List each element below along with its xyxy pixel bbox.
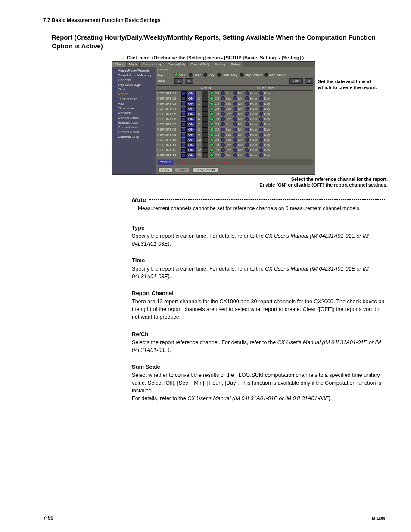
- sumscale-option-min[interactable]: Min: [233, 148, 243, 152]
- sumscale-option-day[interactable]: Day: [259, 128, 270, 131]
- report-row-on-toggle[interactable]: ON: [186, 117, 196, 122]
- sumscale-option-sec[interactable]: Sec: [221, 107, 232, 111]
- sidebar-item-timer[interactable]: Timer: [112, 87, 156, 92]
- report-row-refch-select[interactable]: [202, 132, 208, 137]
- copy-details-button[interactable]: Copy Details: [192, 167, 218, 173]
- sumscale-option-min[interactable]: Min: [233, 122, 243, 126]
- sumscale-option-min[interactable]: Min: [233, 102, 243, 106]
- sumscale-option-sec[interactable]: Sec: [221, 122, 232, 126]
- sumscale-option-min[interactable]: Min: [233, 96, 243, 100]
- sumscale-option-off[interactable]: Off: [210, 148, 219, 152]
- report-row-on-toggle[interactable]: ON: [186, 132, 196, 137]
- sumscale-option-off[interactable]: Off: [210, 122, 219, 126]
- report-row-checkbox[interactable]: [181, 91, 186, 96]
- sumscale-option-hour[interactable]: Hour: [245, 117, 257, 121]
- report-row-on-toggle[interactable]: ON: [186, 112, 196, 117]
- sumscale-option-min[interactable]: Min: [233, 133, 243, 137]
- sidebar-item-channel[interactable]: Channel: [112, 78, 156, 82]
- time-day-select[interactable]: SUN: [289, 78, 303, 84]
- sumscale-option-off[interactable]: Off: [210, 91, 219, 95]
- report-row-checkbox[interactable]: [181, 153, 186, 158]
- sumscale-option-off[interactable]: Off: [210, 153, 219, 157]
- sumscale-option-min[interactable]: Min: [233, 143, 243, 147]
- paste-button[interactable]: Paste: [175, 167, 190, 173]
- time-daynum-input[interactable]: 0: [305, 78, 313, 84]
- sumscale-option-off[interactable]: Off: [210, 143, 219, 147]
- report-row-checkbox[interactable]: [181, 122, 186, 127]
- report-row-on-toggle[interactable]: ON: [186, 106, 196, 112]
- report-row-refch-select[interactable]: [202, 153, 208, 158]
- report-row-on-toggle[interactable]: ON: [186, 143, 196, 148]
- sidebar-item-control-relay[interactable]: Control Relay: [112, 130, 156, 134]
- report-row-checkbox[interactable]: [181, 138, 186, 142]
- report-row-checkbox[interactable]: [181, 96, 186, 101]
- sumscale-option-hour[interactable]: Hour: [245, 148, 257, 152]
- sumscale-option-off[interactable]: Off: [210, 117, 219, 121]
- sumscale-option-sec[interactable]: Sec: [221, 102, 232, 106]
- sumscale-option-min[interactable]: Min: [233, 107, 243, 111]
- sidebar-item-contact-input[interactable]: Contact Input: [112, 125, 156, 130]
- report-row-on-toggle[interactable]: ON: [186, 101, 196, 106]
- type-option-day-week[interactable]: Day+Week: [240, 73, 262, 77]
- report-row-checkbox[interactable]: [181, 112, 186, 116]
- sumscale-option-off[interactable]: Off: [210, 138, 219, 142]
- sumscale-option-hour[interactable]: Hour: [245, 143, 257, 147]
- sumscale-option-day[interactable]: Day: [259, 112, 270, 116]
- sumscale-option-day[interactable]: Day: [259, 117, 270, 121]
- sumscale-option-hour[interactable]: Hour: [245, 138, 257, 142]
- sumscale-option-hour[interactable]: Hour: [245, 91, 257, 95]
- sumscale-option-min[interactable]: Min: [233, 112, 243, 116]
- report-row-checkbox[interactable]: [181, 148, 186, 152]
- sumscale-option-sec[interactable]: Sec: [221, 143, 232, 147]
- type-option-off[interactable]: OFF: [174, 73, 186, 77]
- sumscale-option-off[interactable]: Off: [210, 96, 219, 100]
- sumscale-option-day[interactable]: Day: [259, 143, 270, 147]
- sumscale-option-day[interactable]: Day: [259, 122, 270, 126]
- sumscale-option-off[interactable]: Off: [210, 133, 219, 137]
- sumscale-option-day[interactable]: Day: [259, 138, 270, 142]
- sumscale-option-off[interactable]: Off: [210, 128, 219, 131]
- report-row-refch-select[interactable]: [202, 106, 208, 112]
- sidebar-item-internal-loop[interactable]: Internal Loop: [112, 120, 156, 125]
- sumscale-option-hour[interactable]: Hour: [245, 102, 257, 106]
- sumscale-option-day[interactable]: Day: [259, 102, 270, 106]
- sidebar-item-scan-interval-memory[interactable]: Scan Interval/Memory: [112, 73, 156, 78]
- report-row-checkbox[interactable]: [181, 117, 186, 121]
- sidebar-item-aux[interactable]: Aux: [112, 101, 156, 106]
- sumscale-option-hour[interactable]: Hour: [245, 133, 257, 137]
- sidebar-item-external-loop[interactable]: External Loop: [112, 134, 156, 139]
- sumscale-option-off[interactable]: Off: [210, 102, 219, 106]
- sidebar-item-report[interactable]: Report: [112, 92, 156, 96]
- sidebar-item-temperature[interactable]: Temperature: [112, 96, 156, 101]
- sumscale-option-hour[interactable]: Hour: [245, 122, 257, 126]
- sumscale-option-sec[interactable]: Sec: [221, 138, 232, 142]
- sumscale-option-day[interactable]: Day: [259, 91, 270, 95]
- tab-control-loop[interactable]: Control Loop: [140, 62, 165, 67]
- report-row-checkbox[interactable]: [181, 143, 186, 147]
- sumscale-option-sec[interactable]: Sec: [221, 148, 232, 152]
- sumscale-option-day[interactable]: Day: [259, 153, 270, 157]
- sumscale-option-hour[interactable]: Hour: [245, 128, 257, 131]
- sumscale-option-off[interactable]: Off: [210, 112, 219, 116]
- report-row-on-toggle[interactable]: ON: [186, 127, 196, 132]
- report-row-refch-select[interactable]: [202, 101, 208, 106]
- sumscale-option-sec[interactable]: Sec: [221, 133, 232, 137]
- report-row-checkbox[interactable]: [181, 107, 186, 111]
- copy-button[interactable]: Copy: [158, 167, 172, 173]
- report-row-refch-select[interactable]: [202, 148, 208, 153]
- report-row-refch-select[interactable]: [202, 127, 208, 132]
- sumscale-option-sec[interactable]: Sec: [221, 153, 232, 157]
- report-row-on-toggle[interactable]: ON: [186, 96, 196, 101]
- sumscale-option-hour[interactable]: Hour: [245, 112, 257, 116]
- tab-control-int-[interactable]: Control(Int): [165, 62, 188, 67]
- tab-meas[interactable]: Meas: [112, 62, 127, 67]
- report-row-on-toggle[interactable]: ON: [186, 153, 196, 158]
- report-row-refch-select[interactable]: [202, 91, 208, 96]
- report-row-on-toggle[interactable]: ON: [186, 122, 196, 127]
- report-row-checkbox[interactable]: [181, 133, 186, 137]
- sidebar-item-alarm-relay-remote[interactable]: Alarm/Relay/Remote: [112, 68, 156, 73]
- sidebar-item-network[interactable]: Network: [112, 111, 156, 115]
- report-row-refch-select[interactable]: [202, 117, 208, 122]
- sidebar-item-time-zone[interactable]: Time zone: [112, 106, 156, 111]
- sumscale-option-hour[interactable]: Hour: [245, 153, 257, 157]
